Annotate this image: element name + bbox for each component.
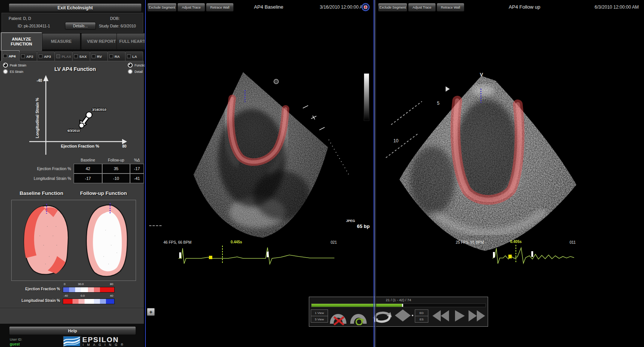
tab-view-report[interactable]: VIEW REPORT: [81, 33, 122, 50]
x-axis-arrowhead: [122, 139, 127, 144]
view-tab-ap2[interactable]: AP2: [19, 51, 37, 61]
baseline-lv-map: [24, 204, 68, 275]
view-tab-rv[interactable]: RV: [90, 51, 108, 61]
table-cell: -17: [74, 174, 102, 183]
x-right-tick: 80: [122, 144, 127, 148]
reject-trace-icon[interactable]: [332, 316, 345, 325]
followup-ecg-strip: [493, 245, 574, 264]
tab-full-heart[interactable]: FULL HEART: [116, 33, 148, 50]
view-tab-ap4[interactable]: AP4: [2, 50, 20, 61]
strain-scale-tick-max: 40: [106, 294, 117, 297]
baseline-frame-code: 021: [331, 240, 337, 244]
strain-scale-tick-mid: 0.0: [77, 294, 88, 297]
ecg-frame-marker[interactable]: [531, 251, 533, 257]
details-button[interactable]: Details...: [65, 22, 96, 30]
exit-echoinsight-button[interactable]: Exit EchoInsight: [9, 3, 142, 12]
patient-info-panel: Patient: D, D DOB: ID: pk-20130411-1 Det…: [2, 13, 143, 33]
five-view-button[interactable]: 5 View: [311, 316, 328, 323]
view-tab-la[interactable]: LA: [125, 51, 143, 61]
end-diastole-button[interactable]: ED: [415, 309, 428, 316]
user-id-label: User ID:: [10, 338, 22, 341]
stop-diamond-icon[interactable]: [395, 309, 411, 321]
scale-segment: [81, 287, 88, 292]
tab-analyze-function[interactable]: ANALYZE FUNCTION: [1, 32, 42, 51]
frame-counter: 21 / (1 - 42) / 74: [309, 298, 488, 302]
jpeg-label: JPEG: [346, 219, 355, 223]
lv-function-maps: [12, 200, 136, 280]
ecg-frame-marker[interactable]: [267, 252, 269, 257]
baseline-point: [86, 112, 92, 118]
x-axis-label: Ejection Fraction %: [61, 144, 99, 148]
tab-label: AP3: [44, 54, 51, 59]
view-tab-ap3[interactable]: AP3: [37, 51, 55, 61]
playback-control-bar: 21 / (1 - 42) / 74 1 View 5 View: [309, 297, 488, 327]
scale-segment: [63, 287, 69, 292]
view-tab-plax: PLAX: [54, 51, 73, 61]
scale-segment: [88, 287, 94, 292]
tab-label: LA: [132, 54, 137, 59]
radio-function[interactable]: Function: [128, 63, 147, 68]
ef-color-scale: [63, 287, 115, 293]
ecg-frame-marker[interactable]: [493, 252, 495, 258]
table-cell: -17: [130, 164, 144, 174]
scale-segment: [100, 287, 114, 292]
accept-trace-icon[interactable]: [352, 316, 365, 325]
col-header-followup: Follow-up: [102, 157, 130, 164]
function-map-titles: Baseline Function Follow-up Function: [11, 190, 135, 196]
playback-progress-fill: [311, 304, 403, 307]
baseline-echo-panel: Exclude Segment Adjust Trace Retrace Wal…: [145, 0, 374, 347]
baseline-fps-bpm: 46 FPS, 66 BPM: [163, 240, 191, 244]
tab-label: ANALYZE FUNCTION: [2, 37, 41, 46]
row-label-strain: Longitudinal Strain %: [0, 174, 74, 183]
echoinsight-app: Exit EchoInsight Patient: D, D DOB: ID: …: [0, 0, 644, 347]
ecg-current-marker[interactable]: [209, 256, 212, 259]
fast-forward-icon[interactable]: [469, 310, 485, 321]
followup-echo-panel: Exclude Segment Adjust Trace Retrace Wal…: [376, 0, 644, 347]
tab-label: FULL HEART: [119, 39, 145, 44]
trace-action-icons: [327, 308, 370, 325]
ecg-frame-marker[interactable]: [179, 252, 181, 258]
table-cell: 35: [102, 164, 130, 174]
scale-segment: [100, 299, 106, 304]
scale-segment: [94, 299, 100, 304]
col-header-delta: %Δ: [130, 157, 144, 164]
table-corner: [0, 157, 74, 164]
followup-ultrasound-image: [376, 0, 644, 347]
followup-time-marker: 0.405s: [502, 240, 530, 244]
tab-checkbox: [56, 54, 60, 58]
followup-map-title: Follow-up Function: [80, 190, 127, 196]
tab-label: RA: [115, 54, 120, 59]
ecg-current-marker[interactable]: [508, 255, 512, 258]
tab-label: SAX: [79, 54, 87, 59]
strain-scale-label: Longitudinal Strain %: [0, 299, 60, 303]
tab-label: AP4: [9, 54, 15, 58]
play-icon[interactable]: [455, 310, 465, 321]
transport-icons: [429, 309, 487, 323]
tab-measure[interactable]: MEASURE: [42, 33, 80, 50]
tab-checkbox: [92, 54, 95, 58]
separator-dot: [412, 315, 413, 316]
playback-progress-track[interactable]: [311, 303, 486, 307]
scale-segment: [85, 299, 94, 304]
end-systole-button[interactable]: ES: [415, 316, 428, 323]
help-button[interactable]: Help: [9, 326, 136, 335]
rewind-icon[interactable]: [432, 310, 449, 321]
results-table: Baseline Follow-up %Δ Ejection Fraction …: [0, 157, 144, 183]
grayscale-calibration-bar: [364, 73, 369, 121]
view-tab-ra[interactable]: RA: [107, 51, 125, 61]
tab-checkbox: [74, 54, 78, 58]
tab-label: PLAX: [62, 54, 71, 59]
zoom-in-button[interactable]: +: [147, 308, 155, 316]
scale-segment: [106, 299, 114, 304]
one-view-button[interactable]: 1 View: [311, 309, 328, 316]
baseline-map-title: Baseline Function: [20, 190, 63, 196]
function-maps-panel: [11, 200, 136, 281]
patient-name: Patient: D, D: [9, 16, 31, 21]
panel-divider-dark: [375, 0, 376, 347]
view-tab-sax[interactable]: SAX: [72, 51, 90, 61]
ef-scale-tick-max: 80: [106, 282, 117, 286]
probe-marker-icon: [274, 79, 278, 84]
followup-fps-bpm: 25 FPS, 91 BPM: [456, 240, 484, 244]
tab-label: VIEW REPORT: [87, 39, 116, 44]
sidebar-divider: [0, 308, 144, 309]
